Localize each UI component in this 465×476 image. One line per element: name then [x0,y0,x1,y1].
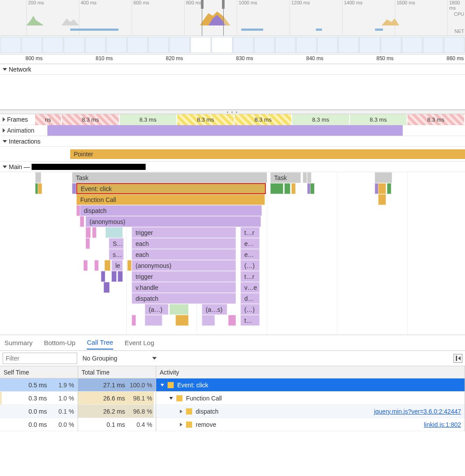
source-link[interactable]: jquery.min.js?ver=3.6.0:2:42447 [374,408,461,415]
tab-bottom-up[interactable]: Bottom-Up [44,339,75,349]
flame-bar[interactable] [94,260,99,271]
flame-dispatch[interactable]: dispatch [80,205,262,216]
flame-event-click[interactable]: Event: click [76,183,266,194]
filmstrip-thumb[interactable] [21,37,42,53]
tab-event-log[interactable]: Event Log [125,339,154,349]
total-time-cell[interactable]: 26.6 ms98.1 % [78,392,156,405]
flame-bar[interactable] [92,227,97,238]
flame-bar[interactable] [104,260,111,271]
flame-bar[interactable] [118,271,123,282]
filmstrip-thumb[interactable] [106,37,127,53]
flame-trigger[interactable]: trigger [132,271,236,282]
interactions-track[interactable]: Pointer [0,147,465,162]
filmstrip-thumb[interactable] [296,37,317,53]
viewport-handle-left[interactable] [201,0,204,9]
flame-task[interactable] [303,172,307,183]
filmstrip[interactable] [0,36,465,54]
filmstrip-thumb[interactable] [169,37,190,53]
pointer-interaction[interactable]: Pointer [70,149,465,159]
flame-bar[interactable] [175,315,189,326]
flame-bar[interactable] [145,315,162,326]
flame-bar[interactable] [132,315,136,326]
filmstrip-thumb[interactable] [211,37,232,53]
self-time-cell[interactable]: 0.0 ms0.0 % [0,418,78,431]
flame-bar[interactable] [169,304,189,315]
frames-track-header[interactable]: Frames [0,114,35,125]
flame-bar[interactable]: s… [109,249,124,260]
network-track-header[interactable]: Network [0,64,465,75]
toggle-sidebar-button[interactable] [454,354,462,363]
main-track-header[interactable]: Main — [0,162,465,172]
flame-task[interactable]: Task [72,172,267,183]
flame-bar[interactable]: t…r [240,227,260,238]
flame-bar[interactable]: (a…) [145,304,168,315]
flame-bar[interactable] [104,282,110,293]
filmstrip-thumb[interactable] [338,37,359,53]
flame-task[interactable] [375,172,392,183]
flame-function-call[interactable]: Function Call [76,194,265,205]
animation-track[interactable]: Animation [0,125,465,136]
col-header-total-time[interactable]: Total Time [78,366,156,379]
flame-bar[interactable] [101,271,105,282]
filmstrip-thumb[interactable] [190,37,211,53]
col-header-activity[interactable]: Activity [156,366,465,379]
flame-bar[interactable]: e… [240,238,260,249]
flame-bar[interactable]: t…r [240,271,260,282]
tab-call-tree[interactable]: Call Tree [87,339,113,350]
flame-anonymous[interactable]: (anonymous) [86,216,261,227]
self-time-cell[interactable]: 0.0 ms0.1 % [0,405,78,418]
interactions-track-header[interactable]: Interactions [0,136,465,147]
total-time-cell[interactable]: 26.2 ms96.8 % [78,405,156,418]
flame-bar[interactable] [284,183,290,194]
flame-chart[interactable]: Task Task Event: click Function Call dis… [0,172,465,335]
flame-anonymous[interactable]: (anonymous) [132,260,236,271]
pane-resizer[interactable]: • • • [0,110,465,114]
filmstrip-thumb[interactable] [148,37,169,53]
filmstrip-thumb[interactable] [444,37,465,53]
flame-bar[interactable]: le [111,260,123,271]
flame-bar[interactable] [291,183,296,194]
flame-bar[interactable] [38,183,42,194]
flame-bar[interactable] [86,227,91,238]
timeline-ruler[interactable]: 800 ms 810 ms 820 ms 830 ms 840 ms 850 m… [0,54,465,64]
frame[interactable]: 8.3 ms [350,114,407,125]
filmstrip-thumb[interactable] [43,37,63,53]
network-track[interactable] [0,75,465,110]
filmstrip-thumb[interactable] [85,37,106,53]
frame[interactable]: 8.3 ms [120,114,176,125]
filmstrip-thumb[interactable] [64,37,84,53]
flame-bar[interactable] [202,315,215,326]
flame-task[interactable] [307,172,311,183]
col-header-self-time[interactable]: Self Time [0,366,78,379]
flame-bar[interactable]: (…) [240,304,260,315]
filmstrip-thumb[interactable] [381,37,401,53]
filmstrip-thumb[interactable] [127,37,148,53]
grouping-select[interactable]: No Grouping [82,355,157,362]
flame-task[interactable]: Task [270,172,301,183]
flame-bar[interactable]: e… [240,249,260,260]
overview-viewport[interactable] [202,0,224,36]
flame-dispatch[interactable]: dispatch [132,293,236,304]
filmstrip-thumb[interactable] [233,37,254,53]
flame-bar[interactable] [83,260,88,271]
self-time-cell[interactable]: 0.5 ms1.9 % [0,379,78,392]
flame-bar[interactable] [270,183,283,194]
flame-bar[interactable] [378,183,386,194]
filter-input[interactable] [3,353,77,364]
total-time-cell[interactable]: 0.1 ms0.4 % [78,418,156,431]
frame[interactable]: 8.3 ms [177,114,234,125]
flame-bar[interactable] [228,315,236,326]
flame-vhandle[interactable]: v.handle [132,282,236,293]
source-link[interactable]: linkid.js:1:802 [424,421,461,428]
flame-bar[interactable] [72,183,76,194]
flame-bar[interactable] [310,183,315,194]
overview-timeline[interactable]: 200 ms 400 ms 600 ms 800 ms 1000 ms 1200… [0,0,465,36]
activity-row[interactable]: dispatch jquery.min.js?ver=3.6.0:2:42447 [156,405,465,418]
frames-track[interactable]: Frames ns 8.3 ms 8.3 ms 8.3 ms 8.3 ms 8.… [0,114,465,125]
activity-row[interactable]: remove linkid.js:1:802 [156,418,465,431]
frame[interactable]: 8.3 ms [408,114,464,125]
filmstrip-thumb[interactable] [402,37,422,53]
activity-row[interactable]: Event: click [156,379,465,392]
viewport-handle-right[interactable] [222,0,225,9]
filmstrip-thumb[interactable] [275,37,296,53]
